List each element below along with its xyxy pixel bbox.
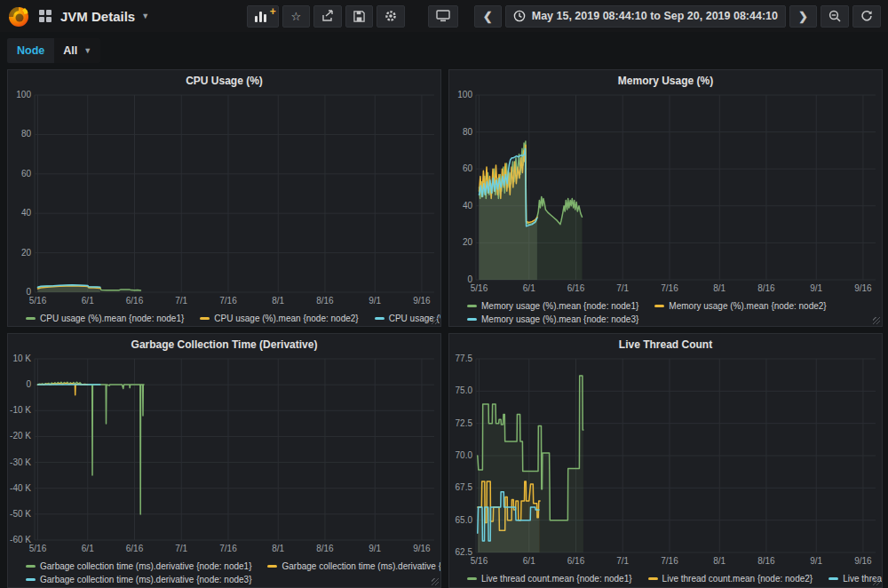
svg-text:6/16: 6/16	[126, 544, 144, 553]
svg-text:5/16: 5/16	[471, 556, 488, 566]
svg-text:9/1: 9/1	[369, 544, 381, 553]
refresh-button[interactable]	[852, 5, 881, 28]
svg-text:6/16: 6/16	[567, 283, 585, 293]
legend-color-dash	[467, 577, 477, 580]
panel-title[interactable]: Live Thread Count	[449, 334, 882, 352]
tv-kiosk-icon	[436, 10, 450, 22]
svg-text:5/16: 5/16	[29, 296, 47, 306]
page-title: JVM Details	[60, 9, 135, 24]
legend-item[interactable]: Memory usage (%).mean {node: node1}	[467, 299, 638, 313]
template-variable-node: Node All ▼	[7, 38, 100, 63]
svg-text:60: 60	[21, 169, 32, 179]
legend-color-dash	[467, 318, 477, 321]
chevron-down-icon: ▼	[83, 46, 91, 55]
zoom-out-time-button[interactable]	[821, 5, 849, 28]
svg-text:-30 K: -30 K	[10, 457, 31, 467]
dashboards-grid-icon[interactable]	[39, 10, 52, 22]
panel-resize-handle[interactable]	[873, 578, 880, 585]
svg-text:9/1: 9/1	[810, 556, 822, 566]
panel-resize-handle[interactable]	[873, 317, 880, 324]
svg-text:9/16: 9/16	[854, 283, 872, 293]
svg-text:6/16: 6/16	[126, 296, 144, 306]
svg-text:9/1: 9/1	[369, 296, 381, 306]
svg-text:-50 K: -50 K	[10, 509, 31, 519]
svg-text:6/1: 6/1	[82, 544, 94, 553]
legend-item[interactable]: Memory usage (%).mean {node: node2}	[654, 299, 826, 313]
legend-item[interactable]: Memory usage (%).mean {node: node3}	[467, 313, 638, 326]
legend-color-dash	[654, 305, 664, 307]
svg-text:60: 60	[463, 163, 473, 173]
save-dashboard-button[interactable]	[345, 5, 373, 28]
legend-item[interactable]: Garbage collection time (ms).derivative …	[26, 573, 251, 586]
panel-memory-usage: Memory Usage (%) 0204060801005/166/16/16…	[448, 69, 883, 327]
svg-text:77.5: 77.5	[456, 354, 473, 363]
share-dashboard-button[interactable]	[313, 5, 342, 28]
svg-text:20: 20	[463, 237, 473, 247]
legend-color-dash	[26, 565, 36, 568]
svg-text:65.0: 65.0	[456, 515, 473, 525]
variable-value-dropdown[interactable]: All ▼	[54, 38, 100, 63]
add-panel-button[interactable]: +	[247, 5, 279, 28]
dashboard-settings-button[interactable]	[377, 5, 405, 28]
legend-label: CPU usage (%).mean {node: node1}	[40, 312, 184, 325]
svg-text:0: 0	[26, 379, 31, 389]
variable-value-text: All	[63, 44, 77, 57]
svg-text:8/16: 8/16	[316, 544, 334, 553]
legend-label: Garbage collection time (ms).derivative …	[40, 560, 251, 573]
legend-color-dash	[375, 317, 385, 320]
svg-text:9/1: 9/1	[810, 283, 822, 293]
star-dashboard-button[interactable]: ☆	[282, 5, 310, 28]
svg-text:7/1: 7/1	[175, 296, 187, 306]
legend-item[interactable]: Garbage collection time (ms).derivative …	[26, 560, 251, 573]
panel-title[interactable]: Memory Usage (%)	[449, 70, 882, 88]
svg-text:7/16: 7/16	[661, 556, 678, 566]
legend-color-dash	[829, 577, 838, 580]
save-icon	[353, 11, 365, 22]
legend-item[interactable]: CPU usage (%).mean {node: node1}	[26, 312, 184, 325]
memory-usage-chart[interactable]: 0204060801005/166/16/167/17/168/18/169/1…	[449, 88, 882, 298]
svg-text:-40 K: -40 K	[10, 483, 31, 493]
legend-label: Live thread count.mean {node: node2}	[662, 572, 813, 585]
svg-text:-10 K: -10 K	[10, 405, 31, 415]
legend-item[interactable]: CPU usage (%).mean {node: node2}	[200, 312, 358, 325]
legend-color-dash	[26, 578, 36, 581]
cpu-usage-chart[interactable]: 0204060801005/166/16/167/17/168/18/169/1…	[8, 88, 440, 310]
svg-text:7/1: 7/1	[616, 283, 629, 293]
live-thread-count-chart[interactable]: 77.575.072.570.067.565.062.55/166/16/167…	[449, 352, 882, 570]
time-range-back-button[interactable]: ❮	[474, 5, 502, 28]
share-icon	[321, 10, 334, 22]
legend-item[interactable]: Live thread count.mean {node: node1}	[467, 572, 632, 585]
panel-title[interactable]: Garbage Collection Time (Derivative)	[8, 334, 440, 352]
cycle-view-mode-button[interactable]	[428, 5, 458, 28]
cpu-usage-legend: CPU usage (%).mean {node: node1}CPU usag…	[8, 310, 440, 325]
svg-text:20: 20	[21, 248, 32, 258]
legend-label: Memory usage (%).mean {node: node1}	[481, 299, 638, 313]
time-range-picker-button[interactable]: May 15, 2019 08:44:10 to Sep 20, 2019 08…	[505, 5, 786, 28]
panel-resize-handle[interactable]	[432, 317, 439, 324]
legend-color-dash	[467, 305, 477, 307]
dashboard-title-dropdown[interactable]: JVM Details ▼	[60, 9, 149, 24]
svg-text:100: 100	[457, 90, 472, 99]
live-thread-count-legend: Live thread count.mean {node: node1}Live…	[449, 570, 882, 585]
svg-text:7/16: 7/16	[661, 283, 678, 293]
panel-resize-handle[interactable]	[432, 578, 439, 585]
panel-title[interactable]: CPU Usage (%)	[8, 70, 440, 88]
grafana-logo[interactable]	[7, 4, 30, 28]
legend-color-dash	[648, 577, 658, 580]
svg-text:67.5: 67.5	[456, 482, 473, 492]
svg-text:5/16: 5/16	[471, 283, 488, 293]
legend-item[interactable]: Garbage collection time (ms).derivative …	[267, 560, 441, 573]
legend-color-dash	[200, 317, 210, 320]
svg-text:8/16: 8/16	[757, 556, 775, 566]
variable-label: Node	[7, 38, 54, 63]
legend-label: Live thread count.mean {node: node1}	[481, 572, 632, 585]
clock-icon	[513, 10, 526, 22]
legend-color-dash	[267, 565, 277, 568]
dashboard-grid: CPU Usage (%) 0204060801005/166/16/167/1…	[0, 69, 888, 588]
legend-label: CPU usage (%).mean {node: node2}	[214, 312, 358, 325]
time-range-forward-button[interactable]: ❯	[789, 5, 817, 28]
panel-live-thread-count: Live Thread Count 77.575.072.570.067.565…	[448, 333, 883, 588]
panel-cpu-usage: CPU Usage (%) 0204060801005/166/16/167/1…	[7, 69, 441, 327]
gc-time-chart[interactable]: 10 K0-10 K-20 K-30 K-40 K-50 K-60 K5/166…	[8, 352, 440, 558]
legend-item[interactable]: Live thread count.mean {node: node2}	[648, 572, 813, 585]
